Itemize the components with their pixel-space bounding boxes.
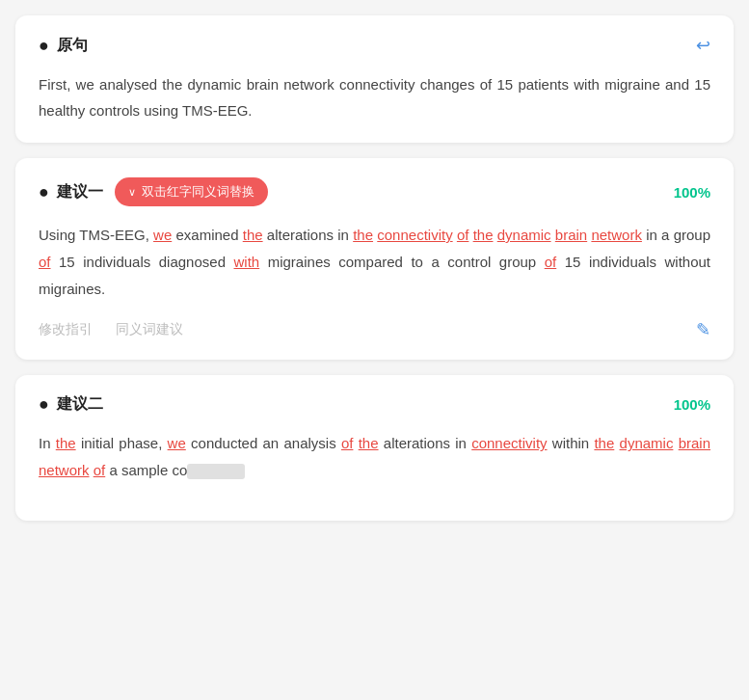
s2-text-5: alterations in	[379, 435, 472, 451]
red-word-the-s2-3[interactable]: the	[594, 435, 614, 451]
s2-text-3: conducted an analysis	[186, 435, 341, 451]
footer-links: 修改指引 同义词建议	[39, 321, 183, 338]
replace-button[interactable]: ∨ 双击红字同义词替换	[115, 177, 268, 206]
s2-text-1: In	[39, 435, 56, 451]
suggestion-two-header: ● 建议二 100%	[39, 394, 710, 415]
back-button[interactable]: ↩	[696, 35, 710, 56]
red-word-we-1[interactable]: we	[153, 227, 172, 243]
text-part-12: migraines compared to a control group	[259, 254, 545, 270]
redacted-block	[187, 464, 245, 479]
s2-text-6: within	[548, 435, 595, 451]
s2-text-11: a sample co	[105, 462, 187, 478]
bullet-icon-3: ●	[39, 394, 49, 415]
suggestion-one-title-area: ● 建议一 ∨ 双击红字同义词替换	[39, 177, 268, 206]
red-word-the-3[interactable]: the	[473, 227, 494, 243]
score-badge-one: 100%	[674, 184, 710, 201]
red-word-of-s2-1[interactable]: of	[341, 435, 354, 451]
red-word-the-s2-2[interactable]: the	[359, 435, 379, 451]
suggestion-two-label: 建议二	[57, 394, 103, 415]
suggestion-one-title: ● 建议一	[39, 182, 103, 202]
red-word-with-1[interactable]: with	[234, 254, 260, 270]
red-word-dynamic-s2[interactable]: dynamic	[620, 435, 674, 451]
suggestion-two-card: ● 建议二 100% In the initial phase, we cond…	[15, 375, 734, 521]
red-word-of-s2-2[interactable]: of	[94, 462, 106, 478]
text-part-2: examined	[172, 227, 243, 243]
suggestion-one-body: Using TMS-EEG, we examined the alteratio…	[39, 222, 710, 302]
bullet-icon: ●	[39, 36, 49, 56]
suggestion-one-card: ● 建议一 ∨ 双击红字同义词替换 100% Using TMS-EEG, we…	[15, 158, 734, 360]
text-part-11: 15 individuals diagnosed	[51, 254, 234, 270]
red-word-dynamic-1[interactable]: dynamic	[497, 227, 551, 243]
red-word-the-s2-1[interactable]: the	[56, 435, 76, 451]
original-card-header: ● 原句 ↩	[39, 35, 710, 56]
red-word-network-s2[interactable]: network	[39, 462, 90, 478]
edit-icon[interactable]: ✎	[696, 319, 710, 340]
suggestion-one-footer: 修改指引 同义词建议 ✎	[39, 319, 710, 340]
text-part-3: alterations in	[263, 227, 354, 243]
s2-text-2: initial phase,	[76, 435, 168, 451]
suggestion-one-label: 建议一	[57, 182, 103, 202]
suggestion-two-title: ● 建议二	[39, 394, 103, 415]
suggestion-two-body: In the initial phase, we conducted an an…	[39, 430, 710, 484]
text-part-10: in a group	[642, 227, 710, 243]
score-badge-two: 100%	[674, 396, 710, 413]
modify-guide-link[interactable]: 修改指引	[39, 321, 93, 338]
replace-btn-label: 双击红字同义词替换	[142, 183, 254, 201]
red-word-of-2[interactable]: of	[39, 254, 51, 270]
synonym-suggest-link[interactable]: 同义词建议	[116, 321, 183, 338]
red-word-the-2[interactable]: the	[353, 227, 373, 243]
red-word-network-1[interactable]: network	[591, 227, 642, 243]
original-card: ● 原句 ↩ First, we analysed the dynamic br…	[15, 15, 734, 143]
text-part-1: Using TMS-EEG,	[39, 227, 153, 243]
red-word-of-1[interactable]: of	[457, 227, 469, 243]
original-title-text: 原句	[57, 36, 88, 56]
red-word-brain-1[interactable]: brain	[555, 227, 587, 243]
suggestion-one-header: ● 建议一 ∨ 双击红字同义词替换 100%	[39, 177, 710, 206]
red-word-we-s2[interactable]: we	[168, 435, 186, 451]
red-word-of-3[interactable]: of	[545, 254, 557, 270]
red-word-brain-s2[interactable]: brain	[679, 435, 710, 451]
red-word-connectivity-s2[interactable]: connectivity	[471, 435, 547, 451]
red-word-the-1[interactable]: the	[243, 227, 263, 243]
original-text-body: First, we analysed the dynamic brain net…	[39, 71, 710, 123]
chevron-down-icon: ∨	[128, 186, 136, 199]
original-card-title: ● 原句	[39, 36, 88, 56]
red-word-connectivity-1[interactable]: connectivity	[377, 227, 452, 243]
bullet-icon-2: ●	[39, 182, 49, 202]
